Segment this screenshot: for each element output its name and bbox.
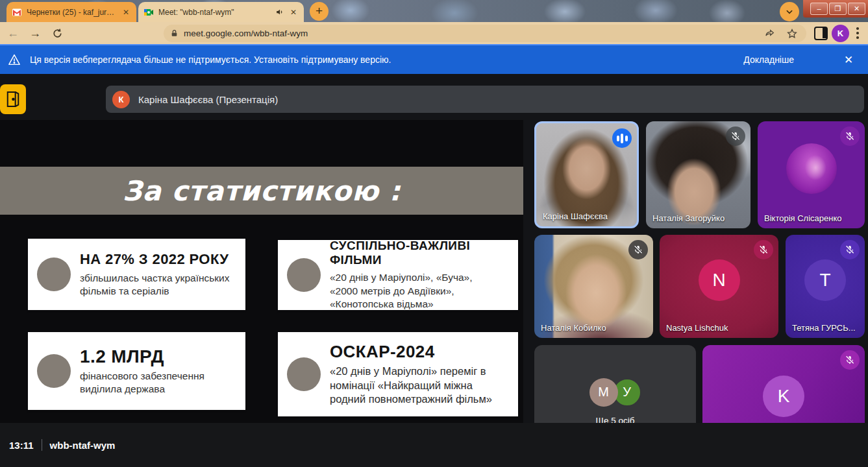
participant-name: Nastya Lishchuk — [666, 323, 728, 333]
slide: За статистикою : НА 27% З 2022 РОКУ збіл… — [0, 139, 523, 423]
meeting-stage: За статистикою : НА 27% З 2022 РОКУ збіл… — [0, 120, 868, 423]
participant-name: Наталія Кобилко — [541, 323, 606, 333]
url-text: meet.google.com/wbb-ntaf-wym — [184, 29, 756, 38]
divider — [42, 439, 42, 451]
tab-search-button[interactable] — [780, 2, 799, 21]
avatar: T — [804, 259, 846, 301]
mic-off-icon — [628, 240, 648, 259]
more-participants-label: Ще 5 осіб — [534, 416, 696, 423]
stat-card-body: «20 днів у Маріуполі» переміг в номінаці… — [330, 365, 492, 407]
stat-card: СУСПІЛЬНО-ВАЖЛИВІ ФІЛЬМИ «20 днів у Марі… — [278, 240, 518, 310]
reload-icon — [52, 28, 63, 39]
participant-tile[interactable]: Вікторія Слісаренко — [758, 121, 865, 228]
chevron-down-icon — [785, 7, 794, 16]
participant-tile[interactable]: K — [702, 345, 865, 423]
participant-name: Наталія Загоруйко — [652, 213, 725, 223]
window-minimize-button[interactable]: – — [810, 3, 828, 15]
participant-name: Тетяна ГУРСЬ... — [792, 323, 856, 333]
bullet-circle-icon — [287, 258, 321, 292]
meet-control-bar: 13:11 wbb-ntaf-wym ! — [0, 423, 868, 467]
bullet-circle-icon — [37, 257, 71, 291]
gmail-icon — [12, 7, 22, 18]
mic-off-icon — [840, 126, 860, 146]
browser-toolbar: ← → meet.google.com/wbb-ntaf-wym — [0, 22, 868, 44]
window-controls: – ❐ ✕ — [803, 0, 868, 18]
bullet-circle-icon — [287, 357, 321, 391]
tab-meet-active[interactable]: Meet: "wbb-ntaf-wym" ✕ — [138, 2, 304, 22]
tab-gmail[interactable]: Чернетки (25) - kaf_jurn@kpnu.e ✕ — [6, 2, 136, 22]
shared-presentation[interactable]: За статистикою : НА 27% З 2022 РОКУ збіл… — [0, 120, 523, 423]
reload-button[interactable] — [48, 24, 66, 42]
door-icon — [6, 91, 20, 108]
banner-message: Ця версія вебпереглядача більше не підтр… — [30, 54, 743, 65]
clock-time: 13:11 — [9, 440, 34, 451]
window-close-button[interactable]: ✕ — [848, 3, 865, 15]
participant-name: Каріна Шафєєва — [543, 211, 608, 221]
tab-close-icon[interactable]: ✕ — [121, 7, 131, 18]
participant-tile[interactable]: N Nastya Lishchuk — [660, 235, 778, 338]
participant-tile-speaking[interactable]: Каріна Шафєєва — [534, 121, 639, 228]
browser-tab-strip: Чернетки (25) - kaf_jurn@kpnu.e ✕ Meet: … — [0, 0, 868, 22]
mic-off-icon — [754, 240, 773, 259]
presenter-name: Каріна Шафєєва (Презентація) — [138, 94, 278, 105]
tab-close-icon[interactable]: ✕ — [288, 7, 299, 18]
participant-tile[interactable]: Наталія Кобилко — [534, 235, 653, 338]
more-participants-tile[interactable]: M У Ще 5 осіб — [534, 345, 696, 423]
avatar-group: M У — [589, 378, 641, 407]
slide-title-band: За статистикою : — [0, 167, 523, 215]
presenter-avatar: К — [112, 91, 130, 108]
stat-card-title: 1.2 МЛРД — [80, 346, 205, 367]
browser-update-banner: Ця версія вебпереглядача більше не підтр… — [0, 44, 868, 74]
side-panel-icon[interactable] — [814, 27, 828, 40]
bullet-circle-icon — [37, 354, 71, 388]
participant-name: Вікторія Слісаренко — [764, 213, 842, 223]
stat-card-title: ОСКАР-2024 — [330, 342, 492, 362]
stat-card-body: фінансового забезпечення виділила держав… — [80, 370, 205, 396]
forward-button[interactable]: → — [26, 24, 44, 42]
mic-off-icon — [726, 126, 745, 146]
banner-learn-more-link[interactable]: Докладніше — [743, 54, 794, 65]
new-tab-button[interactable]: + — [310, 2, 329, 21]
avatar: K — [763, 376, 804, 417]
presenter-name-bar: К Каріна Шафєєва (Презентація) — [106, 86, 864, 113]
avatar — [786, 143, 837, 194]
avatar: M — [589, 378, 618, 407]
audio-level-icon — [612, 128, 632, 148]
profile-avatar[interactable]: K — [832, 25, 849, 42]
stat-card: 1.2 МЛРД фінансового забезпечення виділи… — [28, 332, 245, 410]
tab-label: Чернетки (25) - kaf_jurn@kpnu.e — [27, 8, 116, 17]
stat-card-title: СУСПІЛЬНО-ВАЖЛИВІ ФІЛЬМИ — [330, 239, 518, 267]
address-bar[interactable]: meet.google.com/wbb-ntaf-wym — [164, 25, 806, 42]
mic-off-icon — [840, 240, 860, 259]
mic-off-icon — [840, 350, 860, 370]
lock-icon — [170, 29, 179, 38]
browser-menu-icon[interactable] — [856, 27, 859, 40]
window-restore-button[interactable]: ❐ — [829, 3, 847, 15]
bookmark-star-icon[interactable] — [784, 26, 800, 42]
tab-audio-icon[interactable] — [275, 8, 284, 16]
share-icon[interactable] — [762, 26, 778, 42]
participant-tile[interactable]: T Тетяна ГУРСЬ... — [786, 235, 865, 338]
avatar: N — [699, 259, 740, 301]
meeting-info: 13:11 wbb-ntaf-wym — [9, 423, 115, 467]
stat-card-title: НА 27% З 2022 РОКУ — [80, 251, 230, 268]
meeting-code: wbb-ntaf-wym — [50, 440, 116, 451]
stat-card-body: збільшилась частка українських фільмів т… — [80, 272, 230, 298]
door-extension-button[interactable] — [0, 84, 26, 114]
tab-label: Meet: "wbb-ntaf-wym" — [158, 8, 271, 17]
slide-title: За статистикою : — [123, 175, 401, 207]
banner-close-icon[interactable]: ✕ — [841, 53, 856, 67]
stat-card-body: «20 днів у Маріуполі», «Буча», «2000 мет… — [330, 271, 518, 311]
stat-card: НА 27% З 2022 РОКУ збільшилась частка ук… — [28, 239, 245, 310]
back-button[interactable]: ← — [4, 24, 22, 42]
warning-icon — [8, 54, 21, 66]
participant-tile[interactable]: Наталія Загоруйко — [646, 121, 750, 228]
google-meet-window: Чернетки (25) - kaf_jurn@kpnu.e ✕ Meet: … — [0, 0, 868, 467]
stat-card: ОСКАР-2024 «20 днів у Маріуполі» переміг… — [278, 332, 518, 416]
meet-icon — [143, 7, 154, 18]
